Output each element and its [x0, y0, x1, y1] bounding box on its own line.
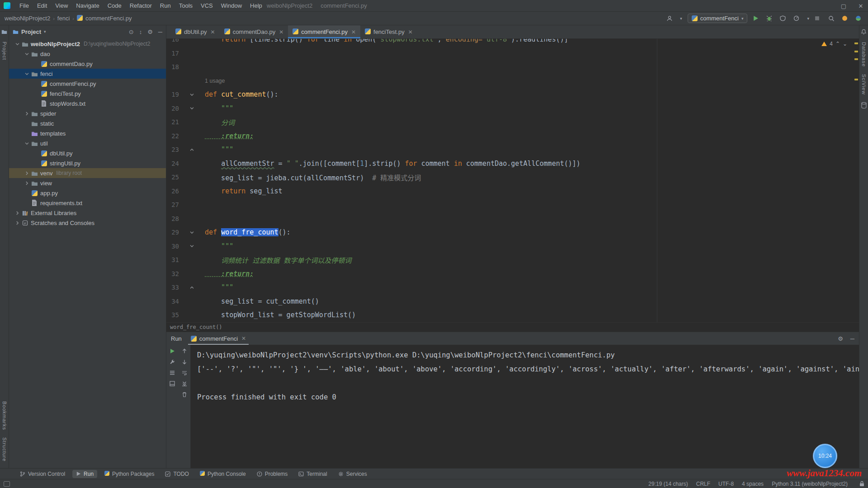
menu-edit[interactable]: Edit [33, 1, 51, 10]
tree-chevron-icon[interactable] [23, 141, 30, 145]
menu-navigate[interactable]: Navigate [72, 1, 103, 10]
menu-tools[interactable]: Tools [175, 1, 196, 10]
scroll-end-icon[interactable] [182, 381, 187, 386]
tool-stripe-bookmarks-label[interactable]: Bookmarks [2, 401, 7, 430]
tree-item-dbutil-py[interactable]: dbUtil.py [9, 148, 166, 158]
close-icon[interactable]: ✕ [279, 29, 283, 35]
tree-chevron-icon[interactable] [14, 211, 21, 215]
menu-file[interactable]: File [16, 1, 33, 10]
project-view-caret-icon[interactable]: ▾ [44, 29, 46, 34]
tree-item-requirements-txt[interactable]: requirements.txt [9, 198, 166, 208]
run-tab[interactable]: commentFenci ✕ [188, 332, 249, 345]
usage-hint[interactable]: 1 usage [166, 78, 225, 84]
wrench-icon[interactable] [170, 359, 175, 365]
toolwindow-terminal[interactable]: Terminal [295, 470, 330, 478]
toolwindow-todo[interactable]: TODO [161, 470, 192, 478]
tree-item-dao[interactable]: dao [9, 49, 166, 59]
lock-icon[interactable] [859, 481, 864, 487]
fold-icon[interactable] [179, 148, 205, 152]
menu-refactor[interactable]: Refactor [126, 1, 156, 10]
tab-dbutil-py[interactable]: dbUtil.py✕ [171, 25, 220, 38]
locate-icon[interactable]: ⊙ [129, 28, 134, 35]
menu-help[interactable]: Help [246, 1, 266, 10]
inspection-widget[interactable]: 4 ⌃ ⌄ [821, 41, 847, 47]
menu-window[interactable]: Window [217, 1, 245, 10]
close-icon[interactable]: ✕ [241, 335, 246, 342]
editor-breadcrumb[interactable]: word_fre_count() [166, 322, 859, 332]
project-tool-icon[interactable] [1, 29, 7, 34]
tree-chevron-icon[interactable] [23, 52, 30, 56]
console-output[interactable]: D:\yuqing\weiboNlpProject2\venv\Scripts\… [191, 345, 859, 468]
tree-item-app-py[interactable]: app.py [9, 188, 166, 198]
search-everywhere-icon[interactable] [828, 15, 836, 22]
fold-icon[interactable] [179, 244, 205, 248]
tool-stripe-structure-label[interactable]: Structure [2, 437, 7, 462]
breadcrumb-item[interactable]: weiboNlpProject2 [5, 15, 50, 22]
tree-item-templates[interactable]: templates [9, 128, 166, 138]
error-stripe[interactable] [854, 39, 858, 322]
tree-item-util[interactable]: util [9, 138, 166, 148]
close-icon[interactable]: ✕ [211, 29, 215, 35]
toolwindow-version-control[interactable]: Version Control [16, 470, 69, 478]
tool-stripe-project-label[interactable]: Project [2, 42, 7, 60]
tree-chevron-icon[interactable] [14, 221, 21, 225]
menu-code[interactable]: Code [104, 1, 125, 10]
tree-chevron-icon[interactable] [23, 72, 30, 76]
run-button[interactable] [753, 15, 761, 21]
fold-icon[interactable] [179, 93, 205, 97]
layout-icon[interactable] [170, 381, 175, 386]
menu-icon[interactable] [170, 370, 175, 375]
breadcrumb-item[interactable]: commentFenci.py [85, 15, 132, 22]
coverage-button[interactable] [780, 15, 788, 21]
menu-run[interactable]: Run [156, 1, 175, 10]
stop-button[interactable] [815, 16, 823, 21]
tree-chevron-icon[interactable] [14, 42, 21, 46]
status-item[interactable]: CRLF [696, 481, 710, 487]
tree-chevron-icon[interactable] [23, 112, 30, 116]
hide-icon[interactable]: ─ [158, 28, 162, 35]
status-item[interactable]: 4 spaces [742, 481, 764, 487]
tree-item-weibonlpproject2[interactable]: weiboNlpProject2D:\yuqing\weiboNlpProjec… [9, 39, 166, 49]
breadcrumb-item[interactable]: fenci [57, 15, 70, 22]
tree-item-scratches-and-consoles[interactable]: Scratches and Consoles [9, 218, 166, 228]
profiler-button[interactable] [793, 15, 802, 21]
fold-icon[interactable] [179, 106, 205, 110]
tree-item-fenci[interactable]: fenci [9, 69, 166, 79]
debug-button[interactable] [766, 15, 774, 21]
prev-warning-icon[interactable]: ⌃ [835, 41, 840, 47]
fold-icon[interactable] [179, 286, 205, 290]
tree-item-commentfenci-py[interactable]: commentFenci.py [9, 79, 166, 89]
plugin-icon[interactable] [855, 15, 863, 21]
tool-windows-toggle-icon[interactable] [4, 481, 10, 487]
toolwindow-problems[interactable]: Problems [253, 470, 292, 478]
more-run-options-icon[interactable]: ▾ [807, 16, 809, 21]
status-item[interactable]: UTF-8 [718, 481, 734, 487]
expand-all-icon[interactable]: ↕ [139, 28, 142, 35]
tree-chevron-icon[interactable] [23, 171, 30, 175]
menu-view[interactable]: View [52, 1, 71, 10]
status-item[interactable]: 29:19 (14 chars) [648, 481, 688, 487]
next-warning-icon[interactable]: ⌄ [843, 41, 847, 47]
tree-item-fencitest-py[interactable]: fenciTest.py [9, 89, 166, 99]
code-editor[interactable]: 16 return [line.strip() for line in open… [166, 39, 859, 322]
rerun-icon[interactable] [170, 348, 175, 354]
tree-item-external-libraries[interactable]: External Libraries [9, 208, 166, 218]
user-icon[interactable] [666, 15, 675, 22]
run-configuration-select[interactable]: commentFenci ▾ [688, 14, 748, 23]
toolwindow-services[interactable]: Services [335, 470, 371, 478]
tree-item-commentdao-py[interactable]: commentDao.py [9, 59, 166, 69]
settings-icon[interactable]: ⚙ [147, 28, 153, 35]
status-item[interactable]: Python 3.11 (weiboNlpProject2) [772, 481, 848, 487]
toolwindow-python-packages[interactable]: Python Packages [101, 470, 158, 478]
maximize-icon[interactable]: ▢ [840, 3, 847, 9]
down-icon[interactable] [182, 359, 187, 365]
settings-icon[interactable]: ⚙ [838, 335, 843, 342]
toolwindow-run[interactable]: Run [72, 470, 97, 478]
tree-item-spider[interactable]: spider [9, 108, 166, 118]
menu-vcs[interactable]: VCS [197, 1, 217, 10]
fold-icon[interactable] [179, 230, 205, 235]
tree-item-view[interactable]: view [9, 178, 166, 188]
tree-item-static[interactable]: static [9, 118, 166, 128]
clear-icon[interactable] [182, 392, 187, 397]
tool-stripe-database-label[interactable]: Database [861, 42, 867, 67]
